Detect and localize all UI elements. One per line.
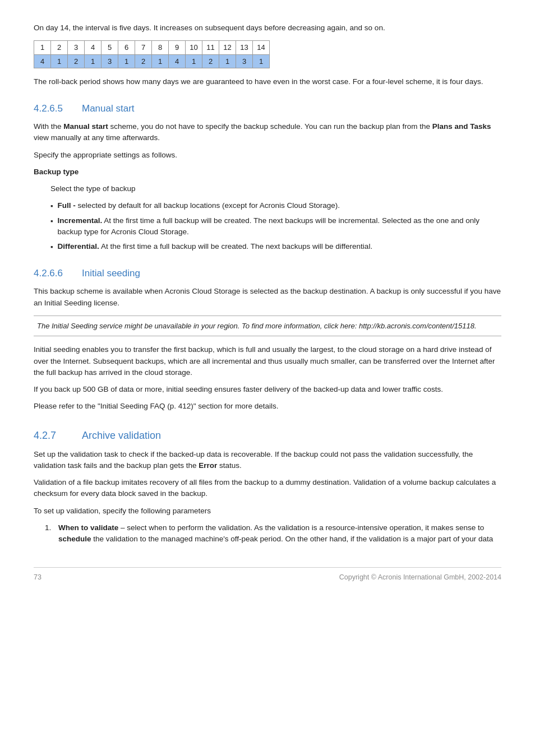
section-426-para2: Initial seeding enables you to transfer …: [34, 344, 501, 378]
section-427-num: 4.2.7: [34, 428, 72, 443]
data-table-container: 123456789101112131441213121412131: [34, 40, 501, 68]
backup-type-desc: Select the type of backup: [50, 183, 501, 194]
validation-list: 1.When to validate – select when to perf…: [34, 522, 501, 545]
section-426-num: 4.2.6.6: [34, 266, 72, 281]
section-425-para2: Specify the appropriate settings as foll…: [34, 150, 501, 161]
validation-list-item: 1.When to validate – select when to perf…: [45, 522, 501, 545]
bullet-item: Full - selected by default for all backu…: [50, 200, 501, 212]
section-427-para3: To set up validation, specify the follow…: [34, 505, 501, 517]
section-425-para1: With the Manual start scheme, you do not…: [34, 121, 501, 144]
section-426-para4: Please refer to the "Initial Seeding FAQ…: [34, 401, 501, 412]
section-425-heading: 4.2.6.5 Manual start: [34, 101, 501, 116]
copyright: Copyright © Acronis International GmbH, …: [339, 572, 501, 583]
section-426-para3: If you back up 500 GB of data or more, i…: [34, 384, 501, 395]
bullet-item: Incremental. At the first time a full ba…: [50, 215, 501, 238]
data-table: 123456789101112131441213121412131: [34, 40, 270, 68]
section-426-para1: This backup scheme is available when Acr…: [34, 286, 501, 309]
backup-type-label: Backup type: [34, 166, 501, 178]
section-427-title: Archive validation: [82, 428, 161, 443]
note-text: The Initial Seeding service might be una…: [37, 322, 477, 330]
section-427-para2: Validation of a file backup imitates rec…: [34, 477, 501, 500]
section-425-title: Manual start: [82, 101, 135, 116]
section-425-num: 4.2.6.5: [34, 101, 72, 116]
rollback-paragraph: The roll-back period shows how many days…: [34, 76, 501, 87]
note-box: The Initial Seeding service might be una…: [34, 316, 501, 337]
intro-paragraph: On day 14, the interval is five days. It…: [34, 22, 501, 34]
section-427-heading: 4.2.7 Archive validation: [34, 428, 501, 443]
section-426-title: Initial seeding: [82, 266, 140, 281]
footer: 73 Copyright © Acronis International Gmb…: [34, 567, 501, 583]
bullet-item: Differential. At the first time a full b…: [50, 241, 501, 253]
page-number: 73: [34, 572, 41, 583]
backup-type-bullets: Full - selected by default for all backu…: [50, 200, 501, 253]
section-427-para1: Set up the validation task to check if t…: [34, 449, 501, 472]
page-content: On day 14, the interval is five days. It…: [34, 22, 501, 583]
section-426-heading: 4.2.6.6 Initial seeding: [34, 266, 501, 281]
